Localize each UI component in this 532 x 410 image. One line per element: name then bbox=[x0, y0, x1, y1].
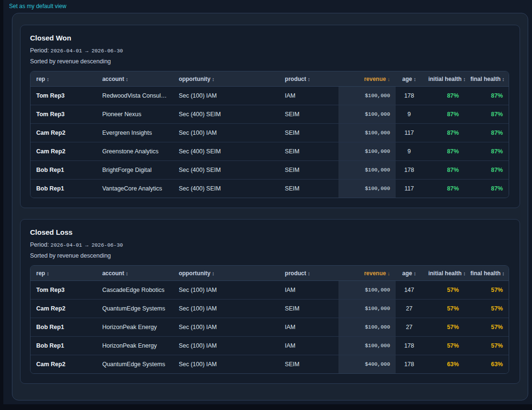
cell-account: Evergreen Insights bbox=[96, 123, 173, 142]
cell-rep: Cam Rep2 bbox=[31, 142, 96, 160]
column-header-opportunity[interactable]: opportunity ↕ bbox=[173, 266, 279, 281]
cell-product: SEIM bbox=[279, 299, 338, 318]
column-header-rep[interactable]: rep ↕ bbox=[31, 71, 96, 87]
cell-rep: Cam Rep2 bbox=[31, 355, 96, 373]
set-default-view-link[interactable]: Set as my default view bbox=[9, 3, 66, 10]
cell-product: SEIM bbox=[279, 142, 338, 160]
cell-final_health: 87% bbox=[465, 123, 509, 142]
cell-final_health: 87% bbox=[465, 160, 509, 179]
column-header-product[interactable]: product ↕ bbox=[279, 266, 338, 281]
period-label: Period: bbox=[30, 47, 49, 54]
column-header-revenue[interactable]: revenue ↓ bbox=[338, 71, 396, 87]
cell-account: QuantumEdge Systems bbox=[96, 355, 173, 373]
cell-opportunity: Sec (100) IAM bbox=[173, 336, 279, 355]
cell-rep: Bob Rep1 bbox=[31, 160, 96, 179]
column-label: rep bbox=[36, 270, 45, 277]
cell-age: 117 bbox=[396, 123, 422, 142]
table-row: Cam Rep2QuantumEdge SystemsSec (100) IAM… bbox=[31, 299, 509, 318]
cell-age: 27 bbox=[396, 318, 422, 336]
table-row: Bob Rep1VantageCore AnalyticsSec (400) S… bbox=[31, 179, 509, 198]
table-row: Cam Rep2Greenstone AnalyticsSec (400) SE… bbox=[31, 142, 509, 160]
cell-age: 178 bbox=[396, 160, 422, 179]
cell-revenue: $100,000 bbox=[338, 336, 396, 355]
table-row: Bob Rep1HorizonPeak EnergySec (100) IAMI… bbox=[31, 336, 509, 355]
cell-initial_health: 57% bbox=[422, 336, 464, 355]
column-label: opportunity bbox=[179, 270, 211, 277]
cell-final_health: 57% bbox=[465, 281, 509, 299]
cell-final_health: 57% bbox=[465, 318, 509, 336]
cell-opportunity: Sec (100) IAM bbox=[173, 318, 279, 336]
cell-age: 178 bbox=[396, 355, 422, 373]
cell-initial_health: 87% bbox=[422, 160, 464, 179]
column-label: rep bbox=[36, 76, 45, 82]
cell-opportunity: Sec (100) IAM bbox=[173, 355, 279, 373]
cell-final_health: 57% bbox=[465, 299, 509, 318]
cell-rep: Tom Rep3 bbox=[31, 281, 96, 299]
cell-rep: Tom Rep3 bbox=[31, 105, 96, 123]
cell-initial_health: 57% bbox=[422, 281, 464, 299]
column-header-opportunity[interactable]: opportunity ↕ bbox=[173, 71, 279, 87]
table-row: Tom Rep3Pioneer NexusSec (400) SEIMSEIM$… bbox=[31, 105, 509, 123]
sort-toggle-icon: ↕ bbox=[306, 270, 310, 276]
cell-account: RedwoodVista Consulti... bbox=[96, 87, 173, 105]
cell-product: IAM bbox=[279, 336, 338, 355]
cell-product: SEIM bbox=[279, 123, 338, 142]
cell-revenue: $100,000 bbox=[338, 123, 396, 142]
column-header-account[interactable]: account ↕ bbox=[96, 71, 173, 87]
column-label: revenue bbox=[364, 270, 386, 277]
closed-loss-card: Closed Loss Period: 2026-04-01 → 2026-06… bbox=[20, 219, 520, 384]
cell-rep: Bob Rep1 bbox=[31, 179, 96, 198]
sort-toggle-icon: ↕ bbox=[501, 270, 505, 276]
sort-descending-icon: ↓ bbox=[386, 270, 390, 276]
column-header-final_health[interactable]: final health ↕ bbox=[465, 71, 509, 87]
sort-toggle-icon: ↕ bbox=[211, 270, 215, 276]
column-header-account[interactable]: account ↕ bbox=[96, 266, 173, 281]
cell-account: VantageCore Analytics bbox=[96, 179, 173, 198]
cell-initial_health: 57% bbox=[422, 299, 464, 318]
column-header-final_health[interactable]: final health ↕ bbox=[465, 266, 509, 281]
column-label: product bbox=[285, 270, 307, 277]
column-header-product[interactable]: product ↕ bbox=[279, 71, 338, 87]
period-value: 2026-04-01 → 2026-06-30 bbox=[51, 242, 123, 248]
column-label: account bbox=[102, 270, 124, 277]
sort-toggle-icon: ↕ bbox=[306, 76, 310, 82]
cell-age: 9 bbox=[396, 105, 422, 123]
cell-revenue: $100,000 bbox=[338, 318, 396, 336]
cell-opportunity: Sec (100) IAM bbox=[173, 87, 279, 105]
column-label: final health bbox=[471, 76, 501, 82]
column-header-rep[interactable]: rep ↕ bbox=[31, 266, 96, 281]
period-value: 2026-04-01 → 2026-06-30 bbox=[51, 48, 123, 54]
cell-account: Pioneer Nexus bbox=[96, 105, 173, 123]
cell-initial_health: 87% bbox=[422, 142, 464, 160]
cell-initial_health: 63% bbox=[422, 355, 464, 373]
cell-rep: Cam Rep2 bbox=[31, 123, 96, 142]
column-header-age[interactable]: age ↕ bbox=[396, 266, 422, 281]
sort-toggle-icon: ↕ bbox=[124, 76, 128, 82]
cell-product: SEIM bbox=[279, 105, 338, 123]
table-row: Tom Rep3CascadeEdge RoboticsSec (100) IA… bbox=[31, 281, 509, 299]
column-header-age[interactable]: age ↕ bbox=[396, 71, 422, 87]
cell-rep: Cam Rep2 bbox=[31, 299, 96, 318]
table-row: Bob Rep1BrightForge DigitalSec (400) SEI… bbox=[31, 160, 509, 179]
column-header-revenue[interactable]: revenue ↓ bbox=[338, 266, 396, 281]
column-label: account bbox=[102, 76, 124, 82]
table-row: Cam Rep2Evergreen InsightsSec (100) IAMS… bbox=[31, 123, 509, 142]
cell-opportunity: Sec (100) IAM bbox=[173, 299, 279, 318]
column-header-initial_health[interactable]: initial health ↕ bbox=[422, 266, 464, 281]
cell-product: IAM bbox=[279, 281, 338, 299]
column-header-initial_health[interactable]: initial health ↕ bbox=[422, 71, 464, 87]
sort-toggle-icon: ↕ bbox=[211, 76, 215, 82]
table-row: Cam Rep2QuantumEdge SystemsSec (100) IAM… bbox=[31, 355, 509, 373]
cell-account: BrightForge Digital bbox=[96, 160, 173, 179]
column-label: final health bbox=[471, 270, 501, 277]
cell-revenue: $100,000 bbox=[338, 105, 396, 123]
table-row: Tom Rep3RedwoodVista Consulti...Sec (100… bbox=[31, 87, 509, 105]
cell-age: 9 bbox=[396, 142, 422, 160]
cell-age: 27 bbox=[396, 299, 422, 318]
cell-opportunity: Sec (100) IAM bbox=[173, 281, 279, 299]
cell-product: IAM bbox=[279, 318, 338, 336]
cell-account: QuantumEdge Systems bbox=[96, 299, 173, 318]
cell-final_health: 87% bbox=[465, 142, 509, 160]
cell-age: 117 bbox=[396, 179, 422, 198]
cell-revenue: $100,000 bbox=[338, 142, 396, 160]
